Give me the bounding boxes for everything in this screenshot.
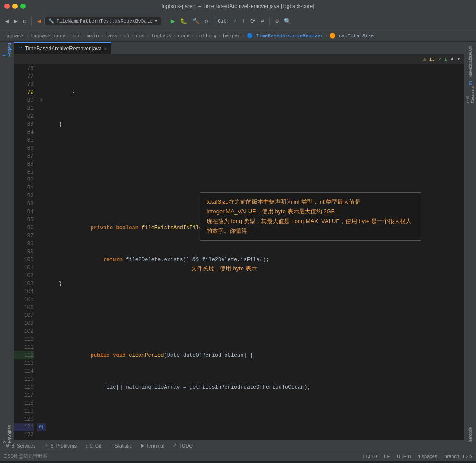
git-label: 9: Git: [90, 443, 101, 448]
sidebar-item-database[interactable]: Database: [465, 55, 476, 66]
code-line-83: [46, 312, 464, 320]
traffic-lights: [4, 4, 26, 9]
encoding[interactable]: UTF-8: [397, 454, 411, 459]
code-line-80: private boolean fileExistsAndIsFile(File…: [46, 216, 464, 224]
git-fetch-button[interactable]: ⟳: [249, 17, 257, 26]
bottom-tab-problems[interactable]: ⚠ 6: Problems: [42, 443, 78, 448]
bc-logback[interactable]: logback: [4, 33, 24, 39]
bc-helper[interactable]: helper: [223, 33, 241, 39]
title-bar: logback-parent – TimeBasedArchiveRemover…: [0, 0, 476, 12]
run-back-button[interactable]: ◀: [35, 17, 42, 26]
build-button[interactable]: 🔨: [191, 17, 201, 26]
tab-bar: C TimeBasedArchiveRemover.java ×: [14, 42, 464, 54]
profile-button[interactable]: ◷: [203, 17, 210, 26]
git-revert-button[interactable]: ↩: [259, 17, 266, 26]
maximize-button[interactable]: [20, 4, 26, 9]
main-layout: 1: Project 2: Favorites C TimeBasedArchi…: [0, 42, 476, 440]
git-update-button[interactable]: ✓: [231, 17, 238, 26]
code-line-77: }: [46, 120, 464, 128]
bc-src[interactable]: src: [72, 33, 81, 39]
code-content[interactable]: } } private boolean fileExistsAndIsFile(…: [46, 64, 464, 440]
warnings-nav-up[interactable]: ▲: [451, 56, 454, 62]
window-title: logback-parent – TimeBasedArchiveRemover…: [162, 3, 315, 9]
status-bar: CSDN @我是旺旺呐 113:10 LF UTF-8 4 spaces bra…: [0, 451, 476, 461]
code-line-79: [46, 184, 464, 192]
branch[interactable]: branch_1.2.x: [444, 454, 472, 459]
bc-java[interactable]: java: [105, 33, 117, 39]
code-line-85: File[] matchingFileArray = getFilesInPer…: [46, 375, 464, 383]
editor: C TimeBasedArchiveRemover.java × ⚠ 13 ✓ …: [14, 42, 464, 440]
bc-main[interactable]: main: [87, 33, 99, 39]
search-button[interactable]: 🔍: [282, 17, 293, 26]
close-button[interactable]: [4, 4, 10, 9]
settings-button[interactable]: ⚙: [273, 17, 280, 26]
bc-rolling[interactable]: rolling: [196, 33, 216, 39]
bc-logback2[interactable]: logback: [151, 33, 171, 39]
bottom-tab-statistic[interactable]: ≡ Statistic: [108, 443, 134, 448]
problems-label: 6: Problems: [50, 443, 77, 448]
run-button[interactable]: ▶: [169, 16, 177, 27]
editor-tab[interactable]: C TimeBasedArchiveRemover.java ×: [14, 42, 111, 54]
code-line-78: [46, 152, 464, 160]
todo-label: TODO: [179, 443, 193, 448]
bc-method[interactable]: 🟠 capTotalSize: [330, 33, 374, 39]
ok-count: ✓ 1: [438, 56, 447, 62]
toolbar-separator-4: [269, 17, 270, 26]
terminal-label: Terminal: [146, 443, 165, 448]
toolbar: ◀ ▶ ↻ ◀ 🔧 FileNamePatternTest.asRegexByD…: [0, 12, 476, 30]
refresh-button[interactable]: ↻: [21, 17, 28, 26]
bottom-tab-services[interactable]: ⚙ 8: Services: [4, 443, 37, 448]
services-label: 8: Services: [12, 443, 35, 448]
tab-close-button[interactable]: ×: [104, 46, 107, 51]
git-push-button[interactable]: ↑: [240, 17, 247, 25]
bottom-bar: ⚙ 8: Services ⚠ 6: Problems ↕ 9: Git ≡ S…: [0, 440, 476, 451]
gutter: @: [37, 64, 46, 440]
chevron-down-icon: ▾: [154, 18, 157, 24]
branch-selector[interactable]: 🔧 FileNamePatternTest.asRegexByDate ▾: [44, 17, 161, 25]
tab-java-icon: C: [19, 46, 22, 51]
bc-core[interactable]: core: [178, 33, 189, 39]
toolbar-separator: [31, 17, 32, 26]
csdn-watermark: CSDN @我是旺旺呐: [4, 453, 48, 459]
statistic-icon: ≡: [110, 443, 113, 448]
sidebar-item-maven[interactable]: Maven: [465, 66, 476, 77]
bottom-tab-git[interactable]: ↕ 9: Git: [84, 443, 103, 448]
code-line-86: [46, 407, 464, 415]
sidebar-item-leetcode[interactable]: leetcode: [465, 429, 476, 440]
forward-button[interactable]: ▶: [12, 17, 19, 26]
bc-class[interactable]: 🔵 TimeBasedArchiveRemover: [247, 33, 323, 39]
line-endings[interactable]: LF: [384, 454, 390, 459]
todo-icon: ✓: [173, 443, 177, 448]
services-icon: ⚙: [5, 443, 10, 448]
toolbar-separator-3: [214, 17, 214, 26]
back-button[interactable]: ◀: [4, 17, 11, 26]
warnings-bar: ⚠ 13 ✓ 1 ▲ ▼: [14, 54, 464, 64]
git-icon: ↕: [85, 443, 88, 448]
indent[interactable]: 4 spaces: [418, 454, 437, 459]
bottom-tab-todo[interactable]: ✓ TODO: [171, 443, 195, 448]
statistic-label: Statistic: [115, 443, 132, 448]
cursor-position[interactable]: 113:10: [362, 454, 377, 459]
code-line-81: return file2Delete.exists() && file2Dele…: [46, 248, 464, 256]
git-label: Git:: [218, 19, 229, 24]
tab-filename: TimeBasedArchiveRemover.java: [25, 46, 102, 52]
debug-button[interactable]: 🐛: [178, 17, 189, 26]
sidebar-item-pull-requests[interactable]: Pull Requests: [465, 89, 476, 100]
code-line-76: }: [46, 89, 464, 96]
minimize-button[interactable]: [12, 4, 18, 9]
warnings-nav-down[interactable]: ▼: [457, 56, 460, 62]
line-numbers: 76 77 78 79 80 81 82 83 84 85 86 87 88 8…: [14, 64, 37, 440]
branch-icon: 🔧: [48, 18, 54, 24]
code-line-82: }: [46, 280, 464, 288]
warning-count: ⚠ 13: [423, 56, 435, 62]
sidebar-item-favorites[interactable]: 2: Favorites: [1, 428, 13, 440]
bc-ch[interactable]: ch: [123, 33, 129, 39]
bc-logback-core[interactable]: logback-core: [31, 33, 65, 39]
bottom-tab-terminal[interactable]: ▶ Terminal: [139, 443, 166, 448]
breadcrumb: logback › logback-core › src › main › ja…: [0, 30, 476, 42]
bc-qos[interactable]: qos: [136, 33, 145, 39]
sidebar-item-project[interactable]: 1: Project: [1, 43, 13, 56]
left-side-panel: 1: Project 2: Favorites: [0, 42, 14, 440]
right-side-panel: Ant Database Maven m Pull Requests leetc…: [464, 42, 476, 440]
code-area: 76 77 78 79 80 81 82 83 84 85 86 87 88 8…: [14, 64, 464, 440]
